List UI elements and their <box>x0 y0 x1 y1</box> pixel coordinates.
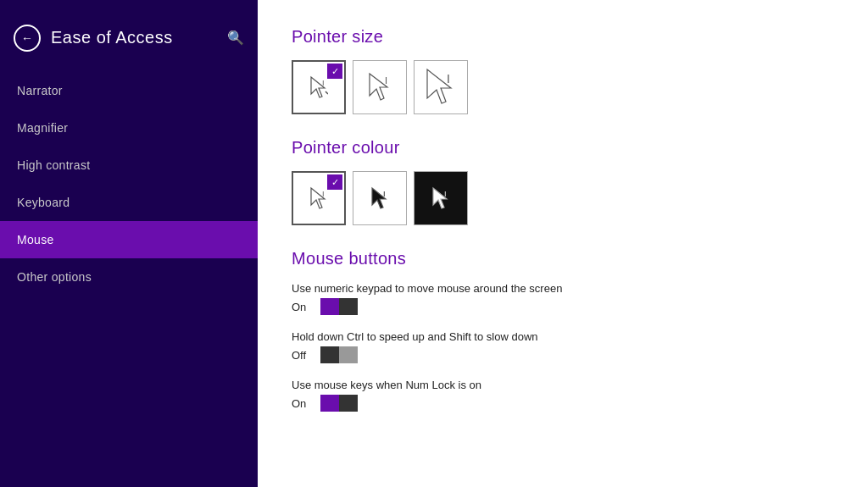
pointer-size-title: Pointer size <box>292 27 834 47</box>
toggle-right-num-lock <box>339 395 358 412</box>
toggle-right-ctrl-speed <box>339 346 358 363</box>
pointer-colour-section: Pointer colour I I <box>292 138 834 225</box>
toggle-row-num-lock: Use mouse keys when Num Lock is on On <box>292 379 834 412</box>
pointer-colour-title: Pointer colour <box>292 138 834 158</box>
sidebar-item-mouse[interactable]: Mouse <box>0 221 258 258</box>
pointer-colour-inverted[interactable]: I <box>414 171 468 225</box>
toggle-track-numeric-keypad <box>320 298 358 315</box>
back-button[interactable]: ← <box>14 25 41 52</box>
pointer-size-options: I I I <box>292 60 834 114</box>
toggle-label-numeric-keypad: Use numeric keypad to move mouse around … <box>292 282 834 295</box>
toggle-left-numeric-keypad <box>320 298 339 315</box>
pointer-size-medium[interactable]: I <box>353 60 407 114</box>
svg-text:I: I <box>444 190 447 198</box>
toggle-state-row-num-lock: On <box>292 395 834 412</box>
sidebar-item-narrator[interactable]: Narrator <box>0 72 258 109</box>
toggle-track-ctrl-speed <box>320 346 358 363</box>
toggle-label-num-lock: Use mouse keys when Num Lock is on <box>292 379 834 391</box>
svg-text:I: I <box>383 190 386 198</box>
sidebar-item-high-contrast[interactable]: High contrast <box>0 147 258 184</box>
main-content: Pointer size I I <box>258 0 868 487</box>
sidebar-title: Ease of Access <box>51 28 173 47</box>
toggle-row-ctrl-speed: Hold down Ctrl to speed up and Shift to … <box>292 330 834 363</box>
toggle-left-ctrl-speed <box>320 346 339 363</box>
cursor-medium-icon: I <box>353 61 406 113</box>
cursor-colour-black-icon: I <box>353 172 406 224</box>
toggle-left-num-lock <box>320 395 339 412</box>
selected-checkmark <box>327 64 342 79</box>
toggle-switch-num-lock[interactable] <box>320 395 358 412</box>
svg-text:I: I <box>322 190 325 198</box>
sidebar-nav: Narrator Magnifier High contrast Keyboar… <box>0 72 258 296</box>
pointer-size-large[interactable]: I <box>414 60 468 114</box>
pointer-colour-black[interactable]: I <box>353 171 407 225</box>
mouse-buttons-title: Mouse buttons <box>292 249 834 268</box>
svg-text:I: I <box>385 75 387 86</box>
toggle-state-ctrl-speed: Off <box>292 349 312 362</box>
svg-text:I: I <box>447 72 450 86</box>
cursor-large-icon: I <box>415 61 467 113</box>
toggle-switch-numeric-keypad[interactable] <box>320 298 358 315</box>
pointer-colour-options: I I I <box>292 171 834 225</box>
selected-colour-checkmark <box>327 174 342 190</box>
toggle-row-numeric-keypad: Use numeric keypad to move mouse around … <box>292 282 834 315</box>
toggle-state-row-numeric-keypad: On <box>292 298 834 315</box>
svg-line-1 <box>326 91 328 94</box>
sidebar: ← Ease of Access 🔍 Narrator Magnifier Hi… <box>0 0 258 487</box>
sidebar-header: ← Ease of Access 🔍 <box>0 0 258 72</box>
toggle-right-numeric-keypad <box>339 298 358 315</box>
search-icon[interactable]: 🔍 <box>227 30 244 46</box>
sidebar-item-magnifier[interactable]: Magnifier <box>0 109 258 147</box>
toggle-state-num-lock: On <box>292 397 312 410</box>
toggle-state-row-ctrl-speed: Off <box>292 346 834 363</box>
toggle-switch-ctrl-speed[interactable] <box>320 346 358 363</box>
back-icon: ← <box>21 31 33 45</box>
pointer-colour-white[interactable]: I <box>292 171 346 225</box>
mouse-buttons-section: Mouse buttons Use numeric keypad to move… <box>292 249 834 412</box>
toggle-track-num-lock <box>320 395 358 412</box>
pointer-size-small[interactable]: I <box>292 60 346 114</box>
pointer-size-section: Pointer size I I <box>292 27 834 114</box>
toggle-state-numeric-keypad: On <box>292 301 312 313</box>
toggle-label-ctrl-speed: Hold down Ctrl to speed up and Shift to … <box>292 330 834 343</box>
cursor-colour-inverted-icon: I <box>415 172 467 224</box>
svg-text:I: I <box>322 79 325 87</box>
sidebar-item-keyboard[interactable]: Keyboard <box>0 184 258 221</box>
sidebar-item-other-options[interactable]: Other options <box>0 258 258 296</box>
